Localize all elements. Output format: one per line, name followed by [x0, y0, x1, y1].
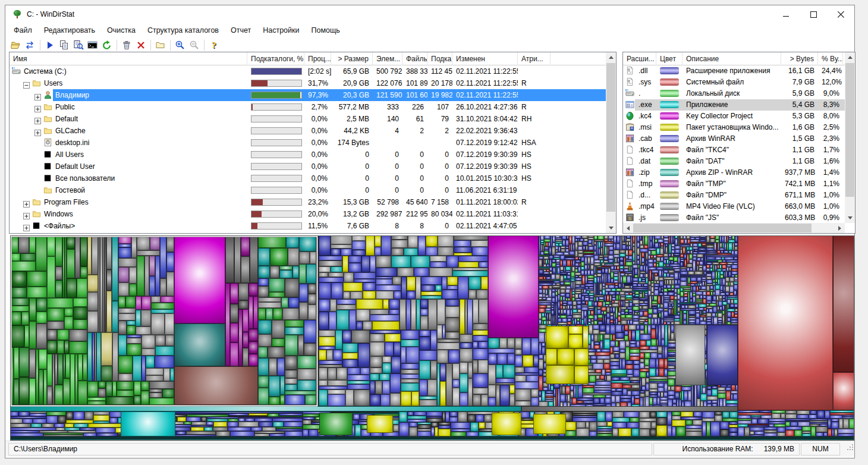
zoom-in-button[interactable]: [173, 39, 187, 52]
refresh-all-button[interactable]: [100, 39, 114, 52]
extension-row[interactable]: .msiПакет установщика Windo...1,6 GB2,5%: [623, 122, 845, 133]
menu-help[interactable]: Помощь: [306, 24, 346, 37]
close-button[interactable]: [827, 5, 854, 23]
expand-plus-icon[interactable]: [23, 223, 30, 230]
column-header[interactable]: % By...: [818, 52, 843, 65]
open-button[interactable]: [9, 39, 23, 52]
menu-edit[interactable]: Редактировать: [38, 24, 101, 37]
tree-row[interactable]: Users31,7%20,9 GB122 076101 89820 17802.…: [10, 77, 606, 89]
column-header[interactable]: Подкаталоги, %: [247, 52, 304, 65]
minimize-button[interactable]: [772, 5, 800, 23]
description-cell: Файл "DAT": [683, 156, 781, 167]
new-folder-button[interactable]: [153, 39, 168, 52]
tree-row[interactable]: desktop.ini0,0%174 Bytes07.12.2019 9:12:…: [10, 137, 606, 149]
scroll-down-icon[interactable]: [606, 223, 616, 233]
column-header[interactable]: Атри...: [518, 52, 551, 65]
tree-percent-cell: 0,0%: [304, 113, 331, 125]
menu-options[interactable]: Настройки: [257, 24, 305, 37]
column-header[interactable]: Подка...: [427, 52, 452, 65]
command-prompt-button[interactable]: [86, 39, 100, 52]
extension-row[interactable]: .exeПриложение5,4 GB8,3%: [623, 99, 845, 111]
column-header[interactable]: Цвет: [656, 52, 683, 65]
extension-row[interactable]: .dllРасширение приложения16,1 GB24,4%: [623, 65, 845, 77]
extension-vertical-scrollbar[interactable]: [845, 52, 855, 223]
extension-row[interactable]: .kc4Key Collector Project5,3 GB8,0%: [623, 111, 845, 122]
extension-row[interactable]: .tkc4Файл "TKC4"1,1 GB1,7%: [623, 144, 845, 156]
tree-row[interactable]: Система (C:)[2:02 s]65,9 GB500 792388 33…: [10, 65, 606, 77]
tree-row[interactable]: GLCache0,0%44,2 KB42222.02.2021 9:36:43: [10, 125, 606, 137]
tree-row[interactable]: <Файлы>11,5%7,6 GB88002.11.2021 4:47:05: [10, 220, 606, 232]
expand-plus-icon[interactable]: [34, 104, 41, 111]
menu-cleanup[interactable]: Очистка: [101, 24, 141, 37]
tree-size-cell: 174 Bytes: [331, 137, 373, 149]
delete-button[interactable]: [134, 39, 148, 52]
expand-plus-icon[interactable]: [34, 92, 41, 99]
tree-files-cell: 388 336: [402, 65, 427, 77]
tree-row[interactable]: All Users0,0%000007.12.2019 9:30:39HS: [10, 149, 606, 161]
extension-horizontal-scrollbar[interactable]: [623, 223, 845, 233]
column-header[interactable]: Имя: [10, 52, 247, 65]
tree-row[interactable]: Владимир97,3%20,3 GB121 590101 60819 982…: [10, 89, 606, 101]
description-cell: Файл "DMP": [683, 190, 781, 201]
extension-row[interactable]: .zipАрхив ZIP - WinRAR937,7 MB1,4%: [623, 167, 845, 178]
tree-size-cell: 20,3 GB: [331, 89, 373, 101]
refresh-selected-button[interactable]: [23, 39, 37, 52]
column-header[interactable]: Файлы: [402, 52, 427, 65]
tree-row[interactable]: Windows20,0%13,2 GB292 987212 95380 0340…: [10, 208, 606, 220]
column-header[interactable]: > Размер: [331, 52, 373, 65]
expand-plus-icon[interactable]: [34, 116, 41, 122]
scroll-thumb[interactable]: [633, 224, 812, 232]
explorer-here-button[interactable]: [71, 39, 86, 52]
scroll-thumb[interactable]: [606, 63, 615, 212]
recycle-bin-icon: [121, 40, 132, 51]
collapse-minus-icon[interactable]: [23, 80, 30, 87]
column-header[interactable]: Проц...: [304, 52, 331, 65]
extension-row[interactable]: .sysСистемный файл7,9 GB12,0%: [623, 77, 845, 88]
column-header[interactable]: Описание: [683, 52, 781, 65]
scroll-up-icon[interactable]: [845, 52, 855, 62]
tree-vertical-scrollbar[interactable]: [606, 52, 616, 233]
scroll-up-icon[interactable]: [606, 52, 616, 62]
scroll-down-icon[interactable]: [845, 213, 855, 223]
tree-size-cell: 44,2 KB: [331, 125, 373, 137]
recycle-button[interactable]: [119, 39, 134, 52]
extension-row[interactable]: .Локальный диск5,9 GB9,0%: [623, 88, 845, 99]
zoom-out-button[interactable]: [187, 39, 202, 52]
toolbar-separator: [40, 40, 40, 51]
expand-plus-icon[interactable]: [23, 199, 30, 206]
copy-path-button[interactable]: [57, 39, 71, 52]
menu-file[interactable]: Файл: [8, 24, 38, 37]
percent-bytes-cell: 9,0%: [818, 88, 843, 99]
resume-button[interactable]: [43, 39, 57, 52]
column-header[interactable]: Элем...: [373, 52, 402, 65]
expand-plus-icon[interactable]: [34, 128, 41, 134]
scroll-right-icon[interactable]: [835, 223, 845, 233]
extension-row[interactable]: .d...Файл "DMP"671,1 MB1,0%: [623, 190, 845, 201]
column-header[interactable]: > Bytes: [781, 52, 818, 65]
column-header[interactable]: Изменен: [452, 52, 518, 65]
maximize-button[interactable]: [800, 5, 827, 23]
extension-row[interactable]: .tmpФайл "TMP"742,1 MB1,1%: [623, 178, 845, 190]
resize-grip[interactable]: [841, 443, 854, 455]
expand-plus-icon[interactable]: [23, 211, 30, 218]
tree-row[interactable]: Public2,7%577,2 MB33322610726.10.2021 4:…: [10, 101, 606, 113]
tree-row[interactable]: Program Files23,2%15,3 GB52 79845 6407 1…: [10, 196, 606, 208]
extension-row[interactable]: .datФайл "DAT"1,1 GB1,6%: [623, 156, 845, 167]
tree-row[interactable]: Default0,0%2,5 MB140617931.10.2021 8:04:…: [10, 113, 606, 125]
scroll-thumb[interactable]: [845, 63, 854, 197]
menu-treemap[interactable]: Структура каталогов: [141, 24, 225, 37]
help-button[interactable]: ??: [207, 39, 221, 52]
description-cell: Приложение: [683, 99, 781, 111]
tree-row[interactable]: Default User0,0%000007.12.2019 9:30:39HS: [10, 161, 606, 172]
scroll-left-icon[interactable]: [623, 223, 633, 233]
treemap-canvas[interactable]: [10, 235, 854, 441]
menu-report[interactable]: Отчет: [225, 24, 257, 37]
tree-row[interactable]: Гостевой0,0%000011.06.2021 6:31:19: [10, 184, 606, 196]
tree-attrs-cell: HS: [518, 161, 551, 172]
extension-row[interactable]: .cabАрхив WinRAR1,5 GB2,3%: [623, 133, 845, 144]
column-header[interactable]: Расши...: [623, 52, 656, 65]
extension-row[interactable]: .mp4MP4 Video File (VLC)663,0 MB1,0%: [623, 201, 845, 212]
tree-row[interactable]: Все пользователи0,0%000010.01.2015 10:30…: [10, 172, 606, 184]
extension-row[interactable]: S.jsФайл "JS"603,3 MB0,9%: [623, 212, 845, 224]
color-swatch: [660, 112, 679, 120]
